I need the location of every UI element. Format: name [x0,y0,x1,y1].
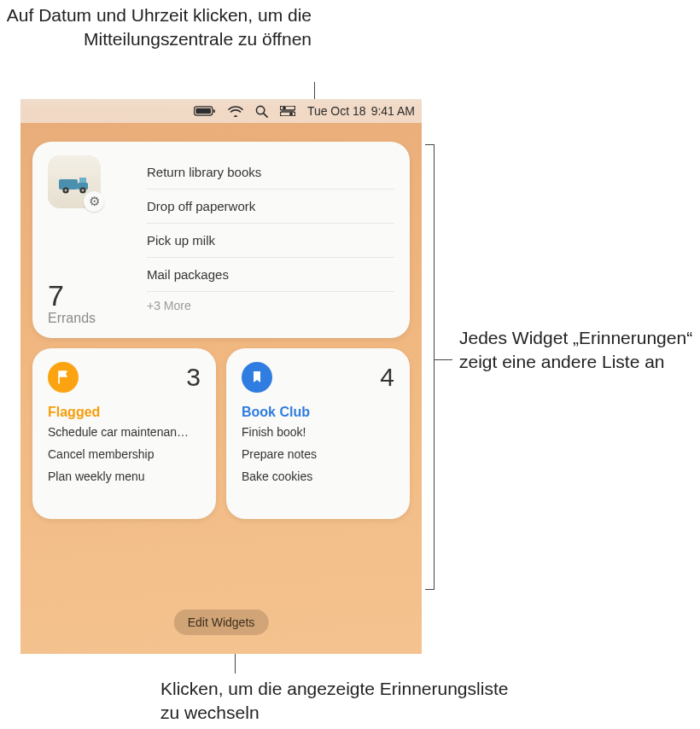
svg-rect-1 [195,108,211,114]
list-item: Schedule car maintenan… [48,425,201,439]
menu-bar-clock[interactable]: Tue Oct 18 9:41 AM [307,104,415,118]
list-item: Plan weekly menu [48,469,201,483]
menu-bar-date: Tue Oct 18 [307,104,366,118]
flagged-count: 3 [186,363,201,392]
edit-widgets-button[interactable]: Edit Widgets [174,609,269,635]
search-icon[interactable] [255,105,268,118]
svg-rect-2 [213,109,215,113]
svg-rect-15 [79,178,86,183]
svg-line-4 [264,113,267,116]
caption-bottom: Klicken, um die angezeigte Erinnerungsli… [160,677,519,726]
caption-right: Jedes Widget „Erinnerungen“ zeigt eine a… [459,326,694,375]
bookmark-icon [242,362,272,393]
svg-point-6 [283,107,286,110]
leader-line [235,653,236,674]
list-item: Mail packages [147,258,394,292]
wifi-icon [228,106,243,117]
leader-line [425,589,435,590]
gear-icon: ⚙ [84,191,104,212]
reminders-widget-bookclub[interactable]: 4 Book Club Finish book! Prepare notes B… [226,348,410,519]
svg-rect-9 [59,179,78,190]
list-item: Cancel membership [48,447,201,461]
svg-rect-5 [280,106,295,110]
svg-point-8 [289,113,293,116]
menu-bar: Tue Oct 18 9:41 AM [20,99,422,123]
battery-icon [194,106,216,117]
list-item: Drop off paperwork [147,190,394,224]
bookclub-title: Book Club [242,405,394,420]
svg-point-13 [65,190,67,192]
svg-point-14 [82,190,85,192]
control-center-icon[interactable] [280,106,295,116]
list-item: Bake cookies [242,469,394,483]
leader-line [425,144,435,145]
list-item: Prepare notes [242,447,394,461]
bookclub-count: 4 [380,363,394,392]
flag-icon [48,362,79,393]
notification-center-screenshot: Tue Oct 18 9:41 AM ⚙ 7 Errands Return [20,99,422,654]
errands-title: Errands [48,311,126,326]
list-item: Finish book! [242,425,394,439]
leader-line [434,359,452,360]
list-item: Pick up milk [147,224,394,258]
errands-count: 7 [48,279,126,312]
leader-line [434,144,435,590]
reminders-widget-errands[interactable]: ⚙ 7 Errands Return library books Drop of… [32,142,410,338]
flagged-title: Flagged [48,405,201,420]
reminders-widget-flagged[interactable]: 3 Flagged Schedule car maintenan… Cancel… [32,348,216,519]
widget-area: ⚙ 7 Errands Return library books Drop of… [20,123,422,531]
caption-top: Auf Datum und Uhrzeit klicken, um die Mi… [0,3,312,52]
menu-bar-time: 9:41 AM [371,104,415,118]
svg-rect-7 [280,112,295,116]
list-item: Return library books [147,155,394,190]
more-items-label: +3 More [147,292,394,312]
